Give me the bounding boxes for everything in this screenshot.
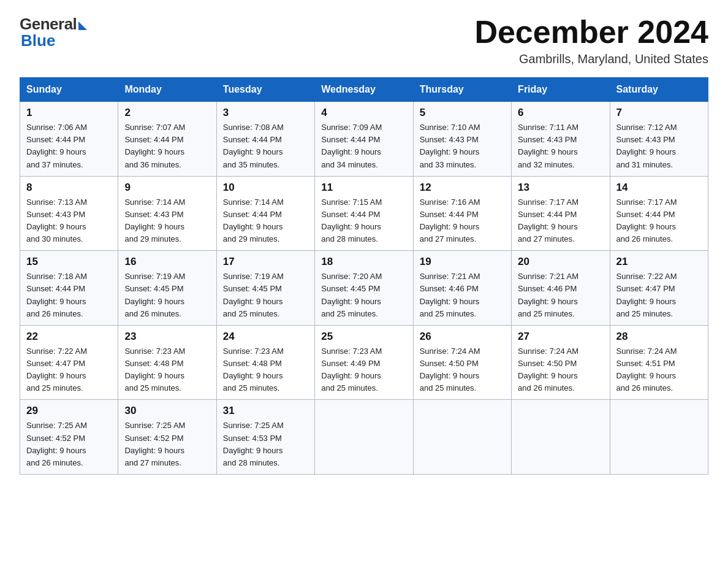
day-cell: 2Sunrise: 7:07 AMSunset: 4:44 PMDaylight… xyxy=(118,102,216,177)
day-cell: 19Sunrise: 7:21 AMSunset: 4:46 PMDayligh… xyxy=(413,251,511,326)
day-info: Sunrise: 7:11 AMSunset: 4:43 PMDaylight:… xyxy=(518,121,603,171)
day-number: 9 xyxy=(124,182,210,194)
day-cell: 7Sunrise: 7:12 AMSunset: 4:43 PMDaylight… xyxy=(610,102,708,177)
day-number: 21 xyxy=(616,256,702,268)
day-number: 24 xyxy=(223,331,308,343)
day-info: Sunrise: 7:10 AMSunset: 4:43 PMDaylight:… xyxy=(420,121,505,171)
day-info: Sunrise: 7:06 AMSunset: 4:44 PMDaylight:… xyxy=(26,121,112,171)
day-cell: 28Sunrise: 7:24 AMSunset: 4:51 PMDayligh… xyxy=(610,325,708,400)
day-info: Sunrise: 7:21 AMSunset: 4:46 PMDaylight:… xyxy=(518,270,603,320)
day-info: Sunrise: 7:23 AMSunset: 4:48 PMDaylight:… xyxy=(223,345,308,395)
day-info: Sunrise: 7:18 AMSunset: 4:44 PMDaylight:… xyxy=(26,270,112,320)
day-cell xyxy=(610,400,708,475)
day-number: 5 xyxy=(420,107,505,119)
location-text: Gambrills, Maryland, United States xyxy=(474,52,708,66)
day-number: 2 xyxy=(124,107,210,119)
day-info: Sunrise: 7:25 AMSunset: 4:53 PMDaylight:… xyxy=(223,419,308,469)
logo-blue-text: Blue xyxy=(20,31,55,50)
day-number: 3 xyxy=(223,107,308,119)
day-info: Sunrise: 7:25 AMSunset: 4:52 PMDaylight:… xyxy=(124,419,210,469)
day-info: Sunrise: 7:23 AMSunset: 4:49 PMDaylight:… xyxy=(321,345,406,395)
week-row-1: 1Sunrise: 7:06 AMSunset: 4:44 PMDaylight… xyxy=(20,102,708,177)
day-number: 18 xyxy=(321,256,406,268)
day-info: Sunrise: 7:23 AMSunset: 4:48 PMDaylight:… xyxy=(124,345,210,395)
day-info: Sunrise: 7:16 AMSunset: 4:44 PMDaylight:… xyxy=(420,196,505,246)
header-thursday: Thursday xyxy=(413,78,511,102)
month-title: December 2024 xyxy=(474,15,708,50)
day-cell: 29Sunrise: 7:25 AMSunset: 4:52 PMDayligh… xyxy=(20,400,118,475)
day-number: 10 xyxy=(223,182,308,194)
day-cell: 6Sunrise: 7:11 AMSunset: 4:43 PMDaylight… xyxy=(512,102,610,177)
header-saturday: Saturday xyxy=(610,78,708,102)
day-cell: 17Sunrise: 7:19 AMSunset: 4:45 PMDayligh… xyxy=(216,251,314,326)
week-row-2: 8Sunrise: 7:13 AMSunset: 4:43 PMDaylight… xyxy=(20,176,708,251)
day-cell: 27Sunrise: 7:24 AMSunset: 4:50 PMDayligh… xyxy=(512,325,610,400)
day-number: 16 xyxy=(124,256,210,268)
day-cell: 4Sunrise: 7:09 AMSunset: 4:44 PMDaylight… xyxy=(315,102,413,177)
day-cell: 20Sunrise: 7:21 AMSunset: 4:46 PMDayligh… xyxy=(512,251,610,326)
day-cell: 22Sunrise: 7:22 AMSunset: 4:47 PMDayligh… xyxy=(20,325,118,400)
day-cell: 23Sunrise: 7:23 AMSunset: 4:48 PMDayligh… xyxy=(118,325,216,400)
day-info: Sunrise: 7:21 AMSunset: 4:46 PMDaylight:… xyxy=(420,270,505,320)
day-info: Sunrise: 7:22 AMSunset: 4:47 PMDaylight:… xyxy=(616,270,702,320)
day-number: 28 xyxy=(616,331,702,343)
day-cell: 10Sunrise: 7:14 AMSunset: 4:44 PMDayligh… xyxy=(216,176,314,251)
day-number: 22 xyxy=(26,331,112,343)
header-tuesday: Tuesday xyxy=(216,78,314,102)
week-row-3: 15Sunrise: 7:18 AMSunset: 4:44 PMDayligh… xyxy=(20,251,708,326)
header-wednesday: Wednesday xyxy=(315,78,413,102)
day-info: Sunrise: 7:20 AMSunset: 4:45 PMDaylight:… xyxy=(321,270,406,320)
day-info: Sunrise: 7:15 AMSunset: 4:44 PMDaylight:… xyxy=(321,196,406,246)
day-info: Sunrise: 7:08 AMSunset: 4:44 PMDaylight:… xyxy=(223,121,308,171)
day-number: 6 xyxy=(518,107,603,119)
day-info: Sunrise: 7:14 AMSunset: 4:43 PMDaylight:… xyxy=(124,196,210,246)
day-info: Sunrise: 7:13 AMSunset: 4:43 PMDaylight:… xyxy=(26,196,112,246)
day-number: 26 xyxy=(420,331,505,343)
logo-triangle-icon xyxy=(78,21,87,30)
day-cell: 21Sunrise: 7:22 AMSunset: 4:47 PMDayligh… xyxy=(610,251,708,326)
header-sunday: Sunday xyxy=(20,78,118,102)
day-number: 1 xyxy=(26,107,112,119)
day-number: 17 xyxy=(223,256,308,268)
day-number: 19 xyxy=(420,256,505,268)
day-info: Sunrise: 7:14 AMSunset: 4:44 PMDaylight:… xyxy=(223,196,308,246)
day-info: Sunrise: 7:22 AMSunset: 4:47 PMDaylight:… xyxy=(26,345,112,395)
day-cell: 12Sunrise: 7:16 AMSunset: 4:44 PMDayligh… xyxy=(413,176,511,251)
page-header: General Blue December 2024 Gambrills, Ma… xyxy=(20,15,708,66)
day-info: Sunrise: 7:17 AMSunset: 4:44 PMDaylight:… xyxy=(518,196,603,246)
day-cell xyxy=(413,400,511,475)
day-info: Sunrise: 7:24 AMSunset: 4:50 PMDaylight:… xyxy=(518,345,603,395)
day-number: 27 xyxy=(518,331,603,343)
day-number: 14 xyxy=(616,182,702,194)
day-info: Sunrise: 7:09 AMSunset: 4:44 PMDaylight:… xyxy=(321,121,406,171)
day-cell: 14Sunrise: 7:17 AMSunset: 4:44 PMDayligh… xyxy=(610,176,708,251)
day-cell: 1Sunrise: 7:06 AMSunset: 4:44 PMDaylight… xyxy=(20,102,118,177)
day-number: 31 xyxy=(223,405,308,417)
day-cell: 16Sunrise: 7:19 AMSunset: 4:45 PMDayligh… xyxy=(118,251,216,326)
day-cell: 25Sunrise: 7:23 AMSunset: 4:49 PMDayligh… xyxy=(315,325,413,400)
day-number: 11 xyxy=(321,182,406,194)
day-info: Sunrise: 7:07 AMSunset: 4:44 PMDaylight:… xyxy=(124,121,210,171)
day-cell: 15Sunrise: 7:18 AMSunset: 4:44 PMDayligh… xyxy=(20,251,118,326)
day-number: 25 xyxy=(321,331,406,343)
day-number: 7 xyxy=(616,107,702,119)
calendar-header-row: SundayMondayTuesdayWednesdayThursdayFrid… xyxy=(20,78,708,102)
day-cell xyxy=(512,400,610,475)
logo: General Blue xyxy=(20,15,87,50)
day-info: Sunrise: 7:25 AMSunset: 4:52 PMDaylight:… xyxy=(26,419,112,469)
day-info: Sunrise: 7:19 AMSunset: 4:45 PMDaylight:… xyxy=(124,270,210,320)
header-monday: Monday xyxy=(118,78,216,102)
day-cell: 18Sunrise: 7:20 AMSunset: 4:45 PMDayligh… xyxy=(315,251,413,326)
day-number: 23 xyxy=(124,331,210,343)
day-info: Sunrise: 7:24 AMSunset: 4:50 PMDaylight:… xyxy=(420,345,505,395)
week-row-5: 29Sunrise: 7:25 AMSunset: 4:52 PMDayligh… xyxy=(20,400,708,475)
day-info: Sunrise: 7:12 AMSunset: 4:43 PMDaylight:… xyxy=(616,121,702,171)
day-cell: 11Sunrise: 7:15 AMSunset: 4:44 PMDayligh… xyxy=(315,176,413,251)
day-cell xyxy=(315,400,413,475)
day-number: 8 xyxy=(26,182,112,194)
day-info: Sunrise: 7:19 AMSunset: 4:45 PMDaylight:… xyxy=(223,270,308,320)
day-cell: 30Sunrise: 7:25 AMSunset: 4:52 PMDayligh… xyxy=(118,400,216,475)
day-cell: 5Sunrise: 7:10 AMSunset: 4:43 PMDaylight… xyxy=(413,102,511,177)
day-cell: 24Sunrise: 7:23 AMSunset: 4:48 PMDayligh… xyxy=(216,325,314,400)
day-number: 29 xyxy=(26,405,112,417)
